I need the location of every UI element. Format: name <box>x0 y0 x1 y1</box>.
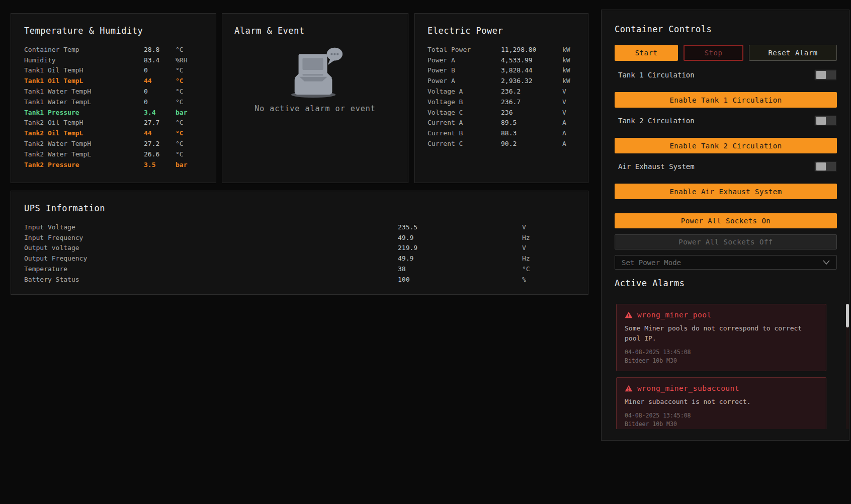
metric-label: Tank2 Pressure <box>24 161 144 169</box>
metric-value: 0 <box>144 88 176 95</box>
metric-row: Current B88.3A <box>428 128 588 138</box>
tank-2-circulation-row: Tank 2 Circulation <box>615 115 837 126</box>
metric-unit: V <box>522 244 588 251</box>
metric-value: 44 <box>144 129 176 137</box>
alarm-timestamp: 04-08-2025 13:45:08 <box>625 411 818 420</box>
metric-label: Tank1 Pressure <box>24 109 144 116</box>
alarm-device: Bitdeer 10b M30 <box>625 357 818 365</box>
alarm-meta: 04-08-2025 13:45:08Bitdeer 10b M30 <box>625 411 818 429</box>
alarm-card-header: wrong_miner_pool <box>625 311 818 319</box>
reset-alarm-button[interactable]: Reset Alarm <box>749 45 837 61</box>
tank-2-circulation-toggle[interactable] <box>814 115 837 126</box>
metric-unit: V <box>562 88 588 95</box>
active-alarms-title: Active Alarms <box>615 278 685 288</box>
panel-alarm-event: Alarm & Event No active alarm or event <box>222 13 408 183</box>
metric-value: 88.3 <box>501 129 562 137</box>
alarms-scrollbar-thumb[interactable] <box>846 304 849 327</box>
metric-value: 44 <box>144 77 176 85</box>
metric-value: 219.9 <box>398 244 522 251</box>
enable-tank-1-circulation-button[interactable]: Enable Tank 1 Circulation <box>615 92 837 108</box>
metric-row: Tank2 Water TempH27.2°C <box>24 138 216 149</box>
alarm-message: Miner subaccount is not correct. <box>625 397 818 407</box>
metric-value: 236 <box>501 109 562 116</box>
metric-row: Total Power11,298.80kW <box>428 44 588 55</box>
air-exhaust-system-toggle[interactable] <box>814 161 837 172</box>
panel-ups-information: UPS Information Input Voltage235.5VInput… <box>11 191 588 295</box>
alarm-device: Bitdeer 10b M30 <box>625 420 818 429</box>
metric-label: Tank1 Water TempH <box>24 88 144 95</box>
metric-unit: kW <box>562 46 588 53</box>
metric-label: Current A <box>428 119 501 126</box>
metric-unit: Hz <box>522 255 588 262</box>
metric-row: Input Voltage235.5V <box>24 222 588 232</box>
metric-row: Battery Status100% <box>24 274 588 285</box>
metric-label: Temperature <box>24 265 398 273</box>
set-power-mode-select[interactable]: Set Power Mode <box>615 255 837 270</box>
power-all-sockets-on-button[interactable]: Power All Sockets On <box>615 213 837 228</box>
metric-value: 236.7 <box>501 98 562 106</box>
metric-value: 100 <box>398 276 522 283</box>
metric-row: Voltage B236.7V <box>428 97 588 107</box>
warning-triangle-icon <box>625 385 633 392</box>
metric-value: 3,828.44 <box>501 66 562 74</box>
metric-label: Output Frequency <box>24 255 398 262</box>
metric-value: 27.7 <box>144 119 176 126</box>
electric-power-title: Electric Power <box>428 26 588 36</box>
metric-value: 90.2 <box>501 140 562 147</box>
metric-row: Humidity83.4%RH <box>24 55 216 65</box>
container-controls-title: Container Controls <box>615 24 712 34</box>
metric-row: Tank2 Pressure3.5bar <box>24 159 216 170</box>
metric-value: 89.5 <box>501 119 562 126</box>
metric-label: Output voltage <box>24 244 398 251</box>
metric-unit: kW <box>562 56 588 64</box>
metric-row: Power B3,828.44kW <box>428 65 588 76</box>
alarm-card[interactable]: wrong_miner_poolSome Miner pools do not … <box>616 304 826 371</box>
metric-value: 2,936.32 <box>501 77 562 85</box>
metric-row: Current A89.5A <box>428 118 588 128</box>
metric-label: Input Voltage <box>24 223 398 231</box>
ups-information-rows: Input Voltage235.5VInput Frequency49.9Hz… <box>24 222 588 285</box>
metric-row: Voltage A236.2V <box>428 86 588 97</box>
metric-label: Voltage C <box>428 109 501 116</box>
start-button[interactable]: Start <box>615 45 678 61</box>
electric-power-rows: Total Power11,298.80kWPower A4,533.99kWP… <box>428 44 588 149</box>
alarm-empty-text: No active alarm or event <box>222 104 408 113</box>
metric-value: 27.2 <box>144 140 176 147</box>
stop-button[interactable]: Stop <box>684 45 743 61</box>
metric-label: Power B <box>428 66 501 74</box>
metric-label: Tank1 Water TempL <box>24 98 144 106</box>
metric-value: 83.4 <box>144 56 176 64</box>
alarms-scrollbar[interactable] <box>846 304 849 429</box>
metric-unit: °C <box>176 119 216 126</box>
metric-row: Container Temp28.8°C <box>24 44 216 55</box>
metric-label: Power A <box>428 56 501 64</box>
metric-label: Voltage A <box>428 88 501 95</box>
metric-value: 3.5 <box>144 161 176 169</box>
toggle-knob <box>816 71 826 79</box>
tank-1-circulation-toggle[interactable] <box>814 69 837 80</box>
enable-tank-2-circulation-button[interactable]: Enable Tank 2 Circulation <box>615 138 837 153</box>
alarm-timestamp: 04-08-2025 13:45:08 <box>625 348 818 357</box>
metric-row: Power A4,533.99kW <box>428 55 588 65</box>
metric-row: Power A2,936.32kW <box>428 75 588 86</box>
metric-label: Current B <box>428 129 501 137</box>
metric-value: 4,533.99 <box>501 56 562 64</box>
metric-row: Tank1 Pressure3.4bar <box>24 107 216 118</box>
metric-unit: °C <box>176 88 216 95</box>
metric-unit: A <box>562 140 588 147</box>
enable-air-exhaust-system-button[interactable]: Enable Air Exhaust System <box>615 184 837 199</box>
metric-unit: kW <box>562 66 588 74</box>
metric-label: Tank2 Oil TempH <box>24 119 144 126</box>
metric-row: Tank2 Oil TempH27.7°C <box>24 118 216 128</box>
metric-unit: A <box>562 129 588 137</box>
metric-row: Voltage C236V <box>428 107 588 118</box>
metric-value: 3.4 <box>144 109 176 116</box>
panel-container-controls: Container Controls Start Stop Reset Alar… <box>601 10 849 441</box>
ups-information-title: UPS Information <box>24 203 588 213</box>
alarm-card[interactable]: wrong_miner_subaccountMiner subaccount i… <box>616 377 826 429</box>
warning-triangle-icon <box>625 311 633 318</box>
metric-value: 236.2 <box>501 88 562 95</box>
metric-label: Power A <box>428 77 501 85</box>
controls-button-row: Start Stop Reset Alarm <box>615 45 837 61</box>
active-alarms-list[interactable]: wrong_miner_poolSome Miner pools do not … <box>616 304 834 429</box>
